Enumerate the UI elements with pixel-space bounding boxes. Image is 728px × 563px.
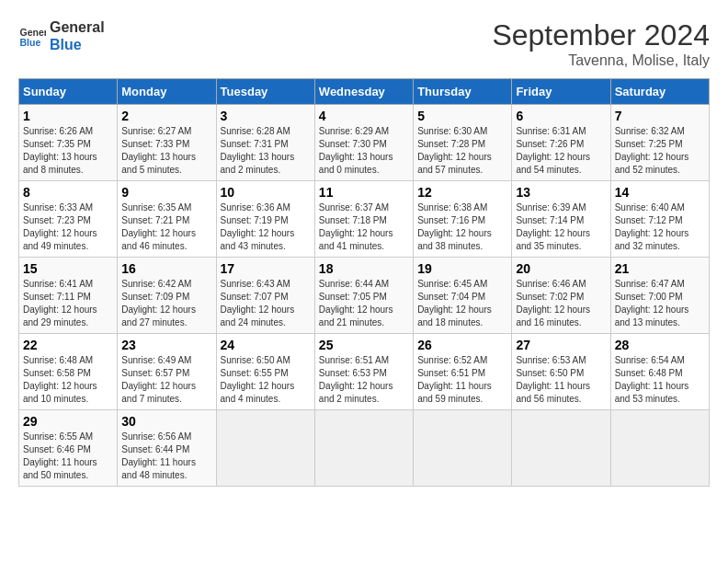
day-cell-29: 29 Sunrise: 6:55 AMSunset: 6:46 PMDaylig… <box>19 410 118 487</box>
day-cell-26: 26 Sunrise: 6:52 AMSunset: 6:51 PMDaylig… <box>414 334 512 410</box>
day-cell-14: 14 Sunrise: 6:40 AMSunset: 7:12 PMDaylig… <box>610 181 709 258</box>
day-info: Sunrise: 6:36 AMSunset: 7:19 PMDaylight:… <box>221 201 311 253</box>
day-number: 22 <box>23 338 113 352</box>
day-number: 29 <box>23 414 113 429</box>
day-number: 21 <box>615 261 705 276</box>
calendar-table: SundayMondayTuesdayWednesdayThursdayFrid… <box>18 78 710 487</box>
svg-text:Blue: Blue <box>20 37 41 48</box>
day-number: 26 <box>417 338 507 352</box>
empty-cell <box>610 410 709 487</box>
day-number: 20 <box>516 261 606 276</box>
logo-general: General <box>50 18 105 36</box>
day-info: Sunrise: 6:30 AMSunset: 7:28 PMDaylight:… <box>417 125 507 177</box>
day-cell-16: 16 Sunrise: 6:42 AMSunset: 7:09 PMDaylig… <box>118 258 216 334</box>
day-cell-28: 28 Sunrise: 6:54 AMSunset: 6:48 PMDaylig… <box>610 334 709 410</box>
day-info: Sunrise: 6:48 AMSunset: 6:58 PMDaylight:… <box>23 354 113 406</box>
day-cell-17: 17 Sunrise: 6:43 AMSunset: 7:07 PMDaylig… <box>216 258 314 334</box>
day-number: 9 <box>121 185 211 200</box>
day-info: Sunrise: 6:55 AMSunset: 6:46 PMDaylight:… <box>23 431 113 482</box>
col-header-thursday: Thursday <box>414 79 512 105</box>
empty-cell <box>512 410 610 487</box>
day-number: 13 <box>516 185 606 200</box>
day-number: 27 <box>516 338 606 352</box>
col-header-sunday: Sunday <box>19 79 118 105</box>
day-cell-10: 10 Sunrise: 6:36 AMSunset: 7:19 PMDaylig… <box>216 181 314 258</box>
day-info: Sunrise: 6:33 AMSunset: 7:23 PMDaylight:… <box>23 201 113 253</box>
day-cell-3: 3 Sunrise: 6:28 AMSunset: 7:31 PMDayligh… <box>216 105 314 181</box>
day-number: 8 <box>23 185 113 200</box>
col-header-tuesday: Tuesday <box>216 79 314 105</box>
day-info: Sunrise: 6:52 AMSunset: 6:51 PMDaylight:… <box>417 354 507 406</box>
day-info: Sunrise: 6:56 AMSunset: 6:44 PMDaylight:… <box>121 431 211 482</box>
col-header-friday: Friday <box>512 79 610 105</box>
day-info: Sunrise: 6:37 AMSunset: 7:18 PMDaylight:… <box>319 201 409 253</box>
col-header-saturday: Saturday <box>610 79 709 105</box>
day-info: Sunrise: 6:28 AMSunset: 7:31 PMDaylight:… <box>221 125 311 177</box>
day-info: Sunrise: 6:38 AMSunset: 7:16 PMDaylight:… <box>417 201 507 253</box>
day-info: Sunrise: 6:35 AMSunset: 7:21 PMDaylight:… <box>121 201 211 253</box>
day-number: 6 <box>516 109 606 123</box>
day-cell-20: 20 Sunrise: 6:46 AMSunset: 7:02 PMDaylig… <box>512 258 610 334</box>
day-cell-23: 23 Sunrise: 6:49 AMSunset: 6:57 PMDaylig… <box>118 334 216 410</box>
day-info: Sunrise: 6:26 AMSunset: 7:35 PMDaylight:… <box>23 125 113 177</box>
day-cell-22: 22 Sunrise: 6:48 AMSunset: 6:58 PMDaylig… <box>19 334 118 410</box>
day-number: 19 <box>417 261 507 276</box>
day-cell-13: 13 Sunrise: 6:39 AMSunset: 7:14 PMDaylig… <box>512 181 610 258</box>
day-info: Sunrise: 6:45 AMSunset: 7:04 PMDaylight:… <box>417 278 507 329</box>
day-cell-18: 18 Sunrise: 6:44 AMSunset: 7:05 PMDaylig… <box>314 258 413 334</box>
day-number: 1 <box>23 109 113 123</box>
day-number: 23 <box>121 338 211 352</box>
day-cell-12: 12 Sunrise: 6:38 AMSunset: 7:16 PMDaylig… <box>414 181 512 258</box>
day-info: Sunrise: 6:49 AMSunset: 6:57 PMDaylight:… <box>121 354 211 406</box>
col-header-monday: Monday <box>118 79 216 105</box>
col-header-wednesday: Wednesday <box>314 79 413 105</box>
day-info: Sunrise: 6:50 AMSunset: 6:55 PMDaylight:… <box>221 354 311 406</box>
day-info: Sunrise: 6:46 AMSunset: 7:02 PMDaylight:… <box>516 278 606 329</box>
day-info: Sunrise: 6:32 AMSunset: 7:25 PMDaylight:… <box>615 125 705 177</box>
empty-cell <box>414 410 512 487</box>
day-cell-1: 1 Sunrise: 6:26 AMSunset: 7:35 PMDayligh… <box>19 105 118 181</box>
logo: General Blue General Blue <box>18 18 105 53</box>
day-info: Sunrise: 6:43 AMSunset: 7:07 PMDaylight:… <box>221 278 311 329</box>
logo-blue: Blue <box>50 36 105 53</box>
day-info: Sunrise: 6:54 AMSunset: 6:48 PMDaylight:… <box>615 354 705 406</box>
title-block: September 2024 Tavenna, Molise, Italy <box>492 18 710 69</box>
day-number: 17 <box>221 261 311 276</box>
location-subtitle: Tavenna, Molise, Italy <box>492 52 710 69</box>
day-cell-15: 15 Sunrise: 6:41 AMSunset: 7:11 PMDaylig… <box>19 258 118 334</box>
day-info: Sunrise: 6:39 AMSunset: 7:14 PMDaylight:… <box>516 201 606 253</box>
day-cell-25: 25 Sunrise: 6:51 AMSunset: 6:53 PMDaylig… <box>314 334 413 410</box>
day-cell-9: 9 Sunrise: 6:35 AMSunset: 7:21 PMDayligh… <box>118 181 216 258</box>
day-info: Sunrise: 6:27 AMSunset: 7:33 PMDaylight:… <box>121 125 211 177</box>
day-number: 12 <box>417 185 507 200</box>
page-header: General Blue General Blue September 2024… <box>18 18 710 69</box>
day-cell-24: 24 Sunrise: 6:50 AMSunset: 6:55 PMDaylig… <box>216 334 314 410</box>
day-info: Sunrise: 6:53 AMSunset: 6:50 PMDaylight:… <box>516 354 606 406</box>
day-number: 7 <box>615 109 705 123</box>
day-cell-30: 30 Sunrise: 6:56 AMSunset: 6:44 PMDaylig… <box>118 410 216 487</box>
day-number: 5 <box>417 109 507 123</box>
day-number: 15 <box>23 261 113 276</box>
day-number: 4 <box>319 109 409 123</box>
day-number: 16 <box>121 261 211 276</box>
day-info: Sunrise: 6:40 AMSunset: 7:12 PMDaylight:… <box>615 201 705 253</box>
day-number: 10 <box>221 185 311 200</box>
empty-cell <box>314 410 413 487</box>
day-cell-19: 19 Sunrise: 6:45 AMSunset: 7:04 PMDaylig… <box>414 258 512 334</box>
day-number: 24 <box>221 338 311 352</box>
day-number: 28 <box>615 338 705 352</box>
day-number: 25 <box>319 338 409 352</box>
day-cell-2: 2 Sunrise: 6:27 AMSunset: 7:33 PMDayligh… <box>118 105 216 181</box>
day-cell-4: 4 Sunrise: 6:29 AMSunset: 7:30 PMDayligh… <box>314 105 413 181</box>
day-cell-27: 27 Sunrise: 6:53 AMSunset: 6:50 PMDaylig… <box>512 334 610 410</box>
day-cell-21: 21 Sunrise: 6:47 AMSunset: 7:00 PMDaylig… <box>610 258 709 334</box>
day-cell-5: 5 Sunrise: 6:30 AMSunset: 7:28 PMDayligh… <box>414 105 512 181</box>
day-number: 14 <box>615 185 705 200</box>
day-number: 2 <box>121 109 211 123</box>
day-cell-8: 8 Sunrise: 6:33 AMSunset: 7:23 PMDayligh… <box>19 181 118 258</box>
day-cell-7: 7 Sunrise: 6:32 AMSunset: 7:25 PMDayligh… <box>610 105 709 181</box>
day-number: 3 <box>221 109 311 123</box>
day-number: 30 <box>121 414 211 429</box>
day-info: Sunrise: 6:29 AMSunset: 7:30 PMDaylight:… <box>319 125 409 177</box>
general-blue-logo-icon: General Blue <box>18 22 46 50</box>
